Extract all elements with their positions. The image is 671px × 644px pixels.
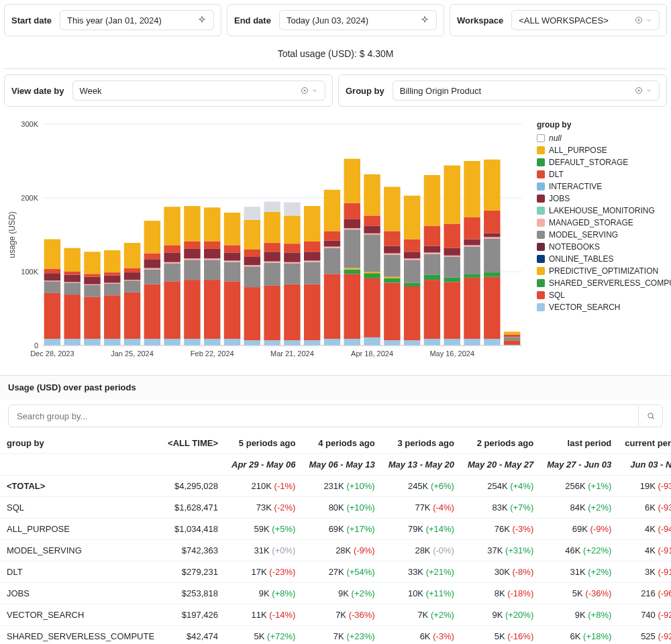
bar-segment[interactable] [224, 252, 240, 260]
bar-segment[interactable] [104, 284, 120, 296]
bar-segment[interactable] [144, 284, 160, 339]
bar-segment[interactable] [164, 245, 180, 252]
bar-segment[interactable] [484, 160, 500, 211]
bar-segment[interactable] [104, 276, 120, 283]
bar-segment[interactable] [344, 274, 360, 339]
bar-segment[interactable] [404, 252, 420, 258]
col-header[interactable]: <ALL TIME> [161, 433, 225, 454]
clear-icon[interactable] [635, 16, 643, 24]
bar-segment[interactable] [304, 262, 320, 284]
bar-segment[interactable] [44, 280, 60, 281]
bar-segment[interactable] [144, 221, 160, 253]
bar-segment[interactable] [44, 269, 60, 274]
bar-segment[interactable] [344, 228, 360, 229]
bar-segment[interactable] [504, 331, 520, 334]
view-date-by-select[interactable]: Week [72, 80, 325, 101]
bar-segment[interactable] [164, 264, 180, 281]
bar-segment[interactable] [224, 213, 240, 245]
bar-segment[interactable] [484, 233, 500, 237]
bar-segment[interactable] [284, 340, 300, 345]
bar-segment[interactable] [144, 268, 160, 270]
bar-segment[interactable] [264, 340, 280, 345]
bar-segment[interactable] [124, 243, 140, 268]
bar-segment[interactable] [504, 337, 520, 340]
bar-segment[interactable] [244, 250, 260, 257]
bar-segment[interactable] [124, 268, 140, 273]
clear-icon[interactable] [635, 87, 643, 95]
bar-segment[interactable] [64, 272, 80, 274]
bar-segment[interactable] [444, 166, 460, 224]
bar-segment[interactable] [464, 274, 480, 278]
bar-segment[interactable] [84, 339, 100, 345]
legend-item[interactable]: NOTEBOOKS [537, 241, 663, 253]
bar-segment[interactable] [364, 272, 380, 273]
bar-segment[interactable] [84, 277, 100, 284]
bar-segment[interactable] [84, 284, 100, 285]
bar-segment[interactable] [344, 229, 360, 268]
legend-item[interactable]: SHARED_SERVERLESS_COMPUTE [537, 277, 663, 289]
bar-segment[interactable] [364, 273, 380, 278]
bar-segment[interactable] [244, 266, 260, 287]
bar-segment[interactable] [444, 278, 460, 282]
bar-segment[interactable] [164, 252, 180, 262]
bar-segment[interactable] [104, 272, 120, 275]
bar-segment[interactable] [384, 283, 400, 341]
bar-segment[interactable] [364, 233, 380, 235]
col-header[interactable]: 5 periods ago [225, 433, 302, 454]
bar-segment[interactable] [284, 262, 300, 264]
bar-segment[interactable] [204, 260, 220, 280]
bar-segment[interactable] [324, 190, 340, 231]
bar-segment[interactable] [204, 249, 220, 258]
bar-segment[interactable] [44, 281, 60, 293]
bar-segment[interactable] [404, 286, 420, 340]
bar-segment[interactable] [204, 207, 220, 241]
bar-segment[interactable] [384, 277, 400, 278]
bar-segment[interactable] [504, 335, 520, 337]
bar-segment[interactable] [84, 297, 100, 339]
bar-segment[interactable] [184, 260, 200, 280]
bar-segment[interactable] [184, 280, 200, 339]
bar-segment[interactable] [44, 273, 60, 280]
bar-segment[interactable] [504, 341, 520, 345]
bar-segment[interactable] [324, 274, 340, 339]
bar-segment[interactable] [324, 247, 340, 248]
bar-segment[interactable] [224, 245, 240, 252]
bar-segment[interactable] [324, 241, 340, 247]
bar-segment[interactable] [224, 262, 240, 282]
bar-segment[interactable] [504, 340, 520, 341]
bar-segment[interactable] [424, 226, 440, 246]
bar-segment[interactable] [484, 211, 500, 233]
bar-segment[interactable] [484, 277, 500, 339]
bar-segment[interactable] [344, 339, 360, 345]
bar-segment[interactable] [64, 248, 80, 272]
bar-segment[interactable] [224, 281, 240, 339]
bar-segment[interactable] [284, 264, 300, 284]
bar-segment[interactable] [404, 283, 420, 287]
bar-segment[interactable] [64, 294, 80, 339]
bar-segment[interactable] [284, 203, 300, 216]
bar-segment[interactable] [384, 246, 400, 254]
bar-segment[interactable] [364, 215, 380, 225]
bar-segment[interactable] [244, 257, 260, 265]
bar-segment[interactable] [344, 203, 360, 219]
bar-segment[interactable] [304, 261, 320, 262]
bar-segment[interactable] [344, 159, 360, 203]
bar-segment[interactable] [404, 260, 420, 282]
bar-segment[interactable] [284, 284, 300, 341]
bar-segment[interactable] [464, 217, 480, 239]
bar-segment[interactable] [164, 262, 180, 264]
bar-segment[interactable] [164, 207, 180, 245]
col-header[interactable]: last period [540, 433, 618, 454]
bar-segment[interactable] [444, 257, 460, 278]
bar-segment[interactable] [384, 254, 400, 255]
bar-segment[interactable] [484, 272, 500, 277]
bar-segment[interactable] [304, 206, 320, 241]
bar-segment[interactable] [104, 250, 120, 272]
bar-segment[interactable] [44, 339, 60, 345]
bar-segment[interactable] [124, 272, 140, 280]
bar-segment[interactable] [304, 284, 320, 341]
bar-segment[interactable] [244, 207, 260, 220]
bar-segment[interactable] [404, 340, 420, 345]
legend-item[interactable]: VECTOR_SEARCH [537, 301, 663, 313]
bar-segment[interactable] [484, 239, 500, 273]
